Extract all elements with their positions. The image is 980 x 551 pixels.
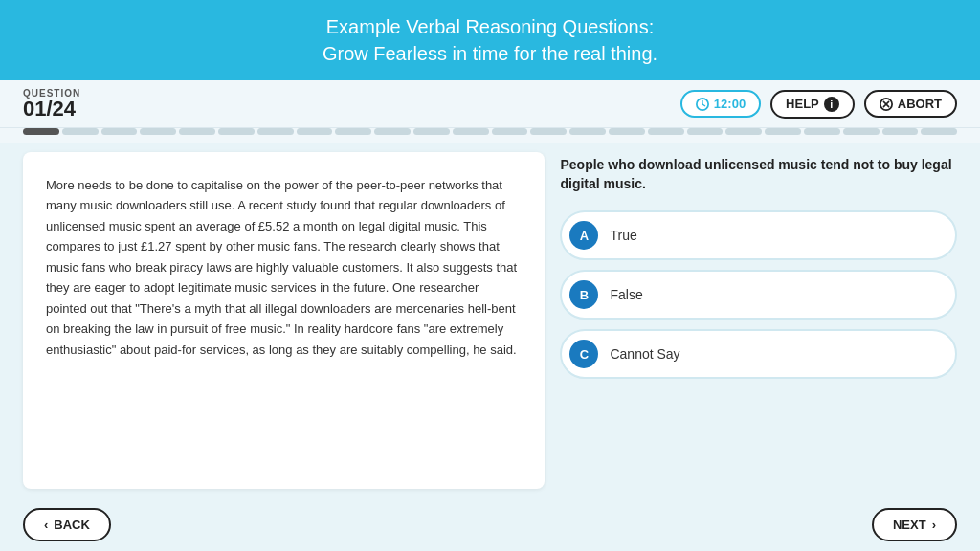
next-chevron-icon: › — [932, 518, 936, 532]
answer-option-b[interactable]: BFalse — [560, 270, 957, 320]
option-letter-b: B — [569, 280, 598, 309]
back-chevron-icon: ‹ — [44, 518, 48, 532]
timer-value: 12:00 — [714, 97, 746, 111]
progress-segment-24 — [921, 128, 957, 135]
answer-options: ATrueBFalseCCannot Say — [560, 210, 957, 379]
option-text-c: Cannot Say — [610, 346, 679, 362]
header-title-line2: Grow Fearless in time for the real thing… — [19, 40, 961, 67]
page-header: Example Verbal Reasoning Questions: Grow… — [0, 0, 980, 80]
main-content: More needs to be done to capitalise on t… — [0, 143, 980, 498]
option-letter-a: A — [569, 221, 598, 250]
progress-segment-18 — [687, 128, 724, 135]
progress-segment-4 — [140, 128, 176, 135]
progress-segment-10 — [374, 128, 411, 135]
option-text-b: False — [610, 287, 642, 302]
progress-segment-11 — [413, 128, 450, 135]
question-prompt: People who download unlicensed music ten… — [560, 156, 957, 193]
progress-bar — [0, 128, 980, 143]
answer-option-a[interactable]: ATrue — [560, 210, 957, 260]
back-button[interactable]: ‹ BACK — [23, 508, 111, 541]
back-label: BACK — [54, 518, 90, 532]
progress-segment-8 — [297, 128, 333, 135]
timer-button[interactable]: 12:00 — [680, 90, 761, 118]
progress-segment-3 — [101, 128, 138, 135]
navbar: QUESTION 01/24 12:00 HELP i ABORT — [0, 80, 980, 128]
progress-segment-21 — [804, 128, 840, 135]
progress-segment-12 — [453, 128, 489, 135]
progress-segment-5 — [179, 128, 215, 135]
nav-controls: 12:00 HELP i ABORT — [680, 90, 957, 119]
footer: ‹ BACK NEXT › — [0, 498, 980, 551]
abort-label: ABORT — [898, 97, 942, 111]
info-icon: i — [824, 97, 839, 112]
progress-segment-7 — [257, 128, 294, 135]
answer-section: People who download unlicensed music ten… — [560, 152, 957, 489]
next-label: NEXT — [893, 518, 926, 532]
question-number: 01/24 — [23, 99, 80, 120]
answer-option-c[interactable]: CCannot Say — [560, 329, 957, 379]
abort-icon — [880, 98, 893, 111]
progress-segment-22 — [843, 128, 880, 135]
progress-segment-1 — [23, 128, 59, 135]
help-label: HELP — [786, 97, 819, 111]
question-label: QUESTION 01/24 — [23, 88, 80, 120]
help-button[interactable]: HELP i — [770, 90, 855, 119]
clock-icon — [696, 98, 709, 111]
progress-segment-17 — [648, 128, 684, 135]
header-title-line1: Example Verbal Reasoning Questions: — [19, 13, 961, 40]
option-letter-c: C — [569, 340, 598, 368]
passage-text: More needs to be done to capitalise on t… — [46, 175, 522, 360]
svg-line-2 — [702, 104, 705, 106]
question-card: More needs to be done to capitalise on t… — [23, 152, 545, 489]
progress-segment-20 — [765, 128, 801, 135]
progress-segment-9 — [335, 128, 371, 135]
progress-segment-16 — [609, 128, 645, 135]
abort-button[interactable]: ABORT — [864, 90, 957, 118]
progress-segment-13 — [492, 128, 528, 135]
progress-segment-14 — [530, 128, 567, 135]
progress-segment-6 — [218, 128, 255, 135]
progress-segment-23 — [882, 128, 919, 135]
progress-segment-19 — [725, 128, 762, 135]
progress-segment-15 — [569, 128, 606, 135]
progress-segment-2 — [62, 128, 99, 135]
next-button[interactable]: NEXT › — [872, 508, 957, 541]
option-text-a: True — [610, 228, 636, 243]
